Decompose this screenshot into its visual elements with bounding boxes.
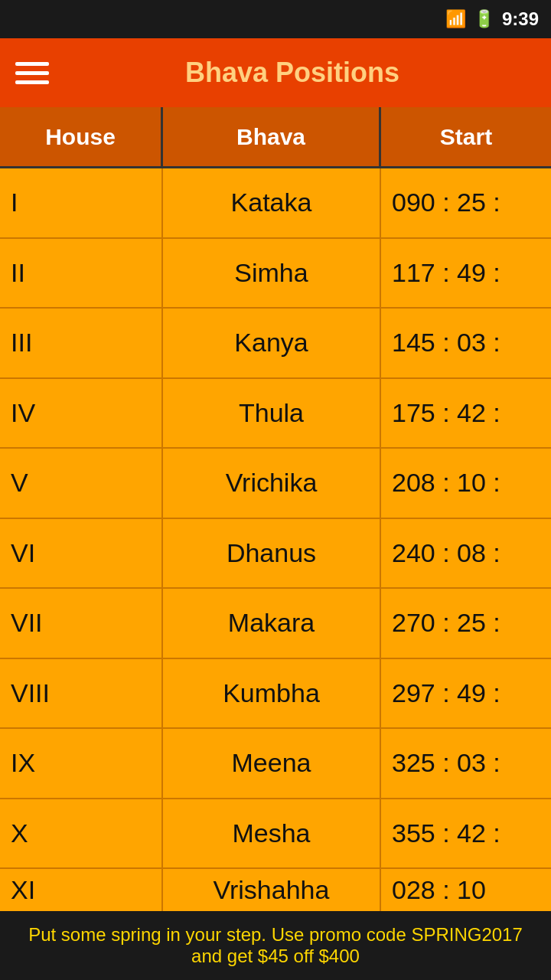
- cell-house: IV: [0, 379, 163, 448]
- cell-start: 355 : 42 :: [381, 799, 551, 868]
- cell-start: 145 : 03 :: [381, 309, 551, 377]
- cell-house: VI: [0, 519, 163, 588]
- table-row: V Vrichika 208 : 10 :: [0, 449, 551, 519]
- hamburger-line: [15, 71, 49, 75]
- table-row: III Kanya 145 : 03 :: [0, 309, 551, 379]
- cell-house: XI: [0, 869, 163, 911]
- cell-bhava: Simha: [163, 239, 381, 308]
- cell-house: I: [0, 168, 163, 237]
- cell-bhava: Vrishahha: [163, 869, 381, 911]
- battery-icon: 🔋: [474, 9, 494, 29]
- cell-house: IX: [0, 729, 163, 798]
- cell-start: 208 : 10 :: [381, 449, 551, 518]
- cell-start: 325 : 03 :: [381, 729, 551, 798]
- wifi-icon: 📶: [445, 9, 466, 29]
- cell-house: VII: [0, 589, 163, 658]
- cell-bhava: Mesha: [163, 799, 381, 868]
- col-header-bhava: Bhava: [163, 107, 381, 166]
- cell-start: 117 : 49 :: [381, 239, 551, 308]
- hamburger-line: [15, 62, 49, 66]
- status-icons: 📶 🔋 9:39: [445, 8, 539, 30]
- table-row: IV Thula 175 : 42 :: [0, 379, 551, 449]
- table-row: VIII Kumbha 297 : 49 :: [0, 659, 551, 730]
- cell-bhava: Kataka: [163, 168, 381, 237]
- hamburger-menu[interactable]: [15, 62, 49, 84]
- table-row: II Simha 117 : 49 :: [0, 239, 551, 309]
- table-row: VI Dhanus 240 : 08 :: [0, 519, 551, 590]
- cell-bhava: Vrichika: [163, 449, 381, 518]
- cell-bhava: Thula: [163, 379, 381, 448]
- cell-bhava: Kanya: [163, 309, 381, 377]
- col-header-house: House: [0, 107, 163, 166]
- cell-house: VIII: [0, 659, 163, 728]
- table-row: X Mesha 355 : 42 :: [0, 799, 551, 870]
- table-row: I Kataka 090 : 25 :: [0, 168, 551, 239]
- cell-start: 090 : 25 :: [381, 168, 551, 237]
- page-title: Bhava Positions: [49, 57, 536, 89]
- cell-bhava: Kumbha: [163, 659, 381, 728]
- hamburger-line: [15, 80, 49, 84]
- cell-house: X: [0, 799, 163, 868]
- cell-house: III: [0, 309, 163, 377]
- cell-bhava: Meena: [163, 729, 381, 798]
- cell-bhava: Makara: [163, 589, 381, 658]
- table-row: IX Meena 325 : 03 :: [0, 729, 551, 799]
- table-row: VII Makara 270 : 25 :: [0, 589, 551, 659]
- cell-start: 028 : 10: [381, 869, 551, 911]
- cell-house: II: [0, 239, 163, 308]
- nav-bar: Bhava Positions: [0, 38, 551, 107]
- ad-banner: Put some spring in your step. Use promo …: [0, 911, 551, 980]
- cell-start: 175 : 42 :: [381, 379, 551, 448]
- table-row: XI Vrishahha 028 : 10: [0, 869, 551, 911]
- table-body: I Kataka 090 : 25 : II Simha 117 : 49 : …: [0, 168, 551, 911]
- status-time: 9:39: [502, 8, 539, 30]
- col-header-start: Start: [381, 107, 551, 166]
- status-bar: 📶 🔋 9:39: [0, 0, 551, 38]
- cell-house: V: [0, 449, 163, 518]
- table-header: House Bhava Start: [0, 107, 551, 168]
- cell-start: 240 : 08 :: [381, 519, 551, 588]
- cell-start: 270 : 25 :: [381, 589, 551, 658]
- cell-start: 297 : 49 :: [381, 659, 551, 728]
- cell-bhava: Dhanus: [163, 519, 381, 588]
